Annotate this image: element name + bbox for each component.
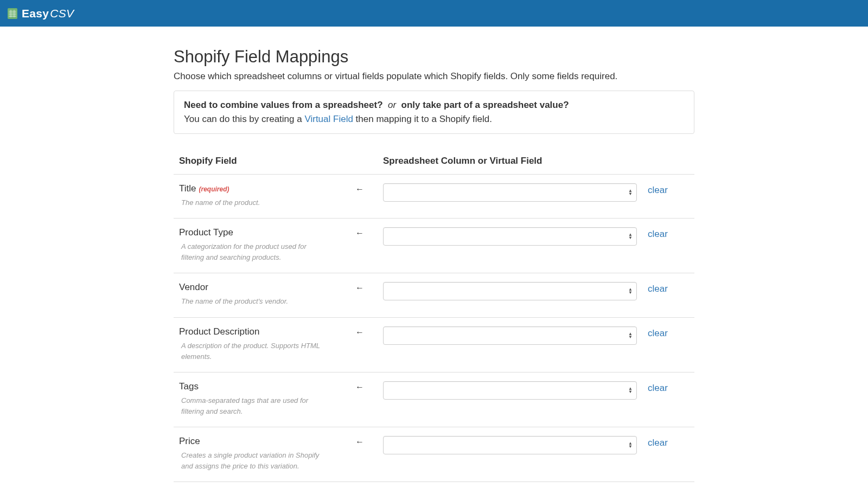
field-cell: Product TypeA categorization for the pro… — [174, 227, 336, 263]
field-cell: Product DescriptionA description of the … — [174, 326, 336, 362]
main-container: Shopify Field Mappings Choose which spre… — [163, 47, 705, 488]
virtual-field-link[interactable]: Virtual Field — [304, 114, 353, 124]
required-tag: (required) — [199, 185, 229, 193]
arrow-left-icon: ← — [336, 227, 383, 238]
field-cell: Title(required)The name of the product. — [174, 183, 336, 208]
mapping-row: Quantity←quantity▲▼clear — [174, 482, 694, 488]
info-question: Need to combine values from a spreadshee… — [184, 100, 684, 111]
page-description: Choose which spreadsheet columns or virt… — [174, 71, 694, 82]
select-cell: ▲▼ — [383, 282, 637, 300]
clear-link[interactable]: clear — [648, 282, 668, 294]
mapping-table-body: Title(required)The name of the product.←… — [174, 174, 694, 488]
app-header: EasyCSV — [0, 0, 868, 27]
brand-name: EasyCSV — [22, 7, 74, 20]
clear-cell: clear — [637, 282, 689, 294]
field-help: The name of the product's vendor. — [179, 296, 331, 307]
clear-cell: clear — [637, 326, 689, 339]
column-select[interactable] — [383, 381, 637, 400]
field-help: Creates a single product variation in Sh… — [179, 450, 331, 472]
arrow-left-icon: ← — [336, 183, 383, 194]
field-help: A categorization for the product used fo… — [179, 241, 331, 263]
mapping-row: TagsComma-separated tags that are used f… — [174, 373, 694, 427]
arrow-left-icon: ← — [336, 436, 383, 447]
select-cell: ▲▼ — [383, 381, 637, 400]
column-select[interactable] — [383, 326, 637, 345]
column-select[interactable] — [383, 282, 637, 300]
clear-cell: clear — [637, 227, 689, 240]
field-label: Price — [179, 436, 336, 447]
field-help: Comma-separated tags that are used for f… — [179, 395, 331, 417]
header-shopify-field: Shopify Field — [174, 156, 336, 166]
info-tip: You can do this by creating a Virtual Fi… — [184, 114, 684, 125]
page-title: Shopify Field Mappings — [174, 47, 694, 67]
field-help: A description of the product. Supports H… — [179, 341, 331, 362]
arrow-left-icon: ← — [336, 326, 383, 337]
arrow-left-icon: ← — [336, 381, 383, 392]
clear-cell: clear — [637, 381, 689, 394]
clear-link[interactable]: clear — [648, 326, 668, 339]
field-cell: TagsComma-separated tags that are used f… — [174, 381, 336, 417]
clear-link[interactable]: clear — [648, 381, 668, 394]
field-cell: PriceCreates a single product variation … — [174, 436, 336, 472]
arrow-left-icon: ← — [336, 282, 383, 293]
field-help: The name of the product. — [179, 197, 331, 208]
field-label: Product Description — [179, 326, 336, 337]
mapping-table-header: Shopify Field Spreadsheet Column or Virt… — [174, 150, 694, 174]
field-label: Vendor — [179, 282, 336, 293]
mapping-row: Product TypeA categorization for the pro… — [174, 219, 694, 273]
field-cell: VendorThe name of the product's vendor. — [174, 282, 336, 307]
mapping-row: PriceCreates a single product variation … — [174, 427, 694, 482]
column-select[interactable] — [383, 436, 637, 454]
select-cell: ▲▼ — [383, 227, 637, 246]
mapping-row: Product DescriptionA description of the … — [174, 318, 694, 373]
clear-link[interactable]: clear — [648, 183, 668, 196]
column-select[interactable] — [383, 227, 637, 246]
column-select[interactable] — [383, 183, 637, 202]
field-label: Tags — [179, 381, 336, 392]
clear-cell: clear — [637, 436, 689, 448]
select-cell: ▲▼ — [383, 183, 637, 202]
field-label: Product Type — [179, 227, 336, 238]
mapping-row: Title(required)The name of the product.←… — [174, 175, 694, 219]
info-box: Need to combine values from a spreadshee… — [174, 91, 694, 134]
brand-logo[interactable]: EasyCSV — [8, 7, 74, 20]
clear-link[interactable]: clear — [648, 227, 668, 240]
clear-cell: clear — [637, 183, 689, 196]
mapping-row: VendorThe name of the product's vendor.←… — [174, 273, 694, 317]
clear-link[interactable]: clear — [648, 436, 668, 448]
field-label: Title(required) — [179, 183, 336, 194]
select-cell: ▲▼ — [383, 326, 637, 345]
header-spreadsheet-column: Spreadsheet Column or Virtual Field — [383, 156, 637, 166]
select-cell: ▲▼ — [383, 436, 637, 454]
spreadsheet-icon — [8, 8, 17, 19]
